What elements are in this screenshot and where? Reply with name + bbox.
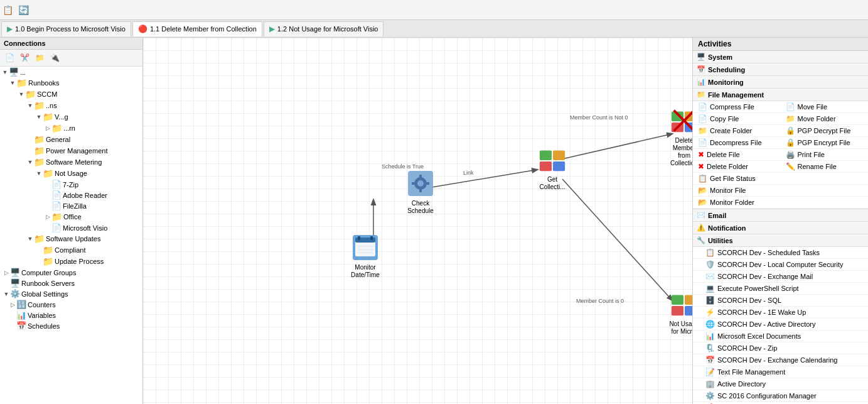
svg-rect-27 — [553, 161, 565, 171]
pgp-decrypt-icon: 🔒 — [786, 126, 795, 135]
activity-pgp-encrypt[interactable]: 🔒 PGP Encrypt File — [781, 137, 869, 149]
get-file-status-icon: 📋 — [698, 174, 707, 183]
new-connection-button[interactable]: 📄 — [3, 51, 16, 65]
tree-item-not-usage[interactable]: ▼ 📁 Not Usage — [0, 168, 142, 179]
tree-item-computer-groups[interactable]: ▷ 🖥️ Computer Groups — [0, 267, 142, 278]
tree-item-sw-updates[interactable]: ▼ 📁 Software Updates — [0, 233, 142, 244]
tab-1[interactable]: 🔴 1.1 Delete Member from Collection — [132, 21, 262, 36]
delete-button[interactable]: ✂️ — [18, 51, 31, 65]
tab-2[interactable]: ▶ 1.2 Not Usage for Microsoft Visio — [264, 21, 384, 36]
tree-item-filezilla[interactable]: 📄 FileZilla — [0, 200, 142, 211]
tree-item-runbook-servers[interactable]: 🖥️ Runbook Servers — [0, 278, 142, 288]
compress-file-icon: 📄 — [698, 102, 707, 111]
tree-item-general[interactable]: 📁 General — [0, 134, 142, 145]
tree-item-ns[interactable]: ▼ 📁 ..ns — [0, 100, 142, 111]
activity-delete-folder[interactable]: ✖ Delete Folder — [693, 161, 781, 173]
svg-rect-28 — [553, 151, 565, 160]
section-utilities[interactable]: 🔧 Utilities — [693, 234, 868, 247]
utilities-icon: 🔧 — [697, 236, 705, 244]
activities-list: 🖥️ System 📅 Scheduling 📊 Monitoring 📁 Fi… — [693, 51, 868, 404]
activity-scorch-zip[interactable]: 🗜️ SCORCH Dev - Zip — [693, 342, 868, 354]
tree-item-power[interactable]: 📁 Power Management — [0, 145, 142, 156]
activity-pgp-decrypt[interactable]: 🔒 PGP Decrypt File — [781, 125, 869, 137]
node-check-schedule[interactable]: CheckSchedule — [405, 168, 436, 215]
activity-get-file-status[interactable]: 📋 Get File Status — [693, 173, 868, 185]
tab-0-label: 1.0 Begin Process to Microsoft Visio — [15, 25, 126, 33]
sc2016-icon: ⚙️ — [705, 391, 715, 400]
tree-item-counters[interactable]: ▷ 🔢 Counters — [0, 299, 142, 310]
scheduling-section-icon: 📅 — [697, 65, 705, 74]
tree-item-sw-metering[interactable]: ▼ 📁 Software Metering — [0, 156, 142, 168]
node-monitor-datetime[interactable]: MonitorDate/Time — [350, 232, 380, 279]
canvas-area[interactable]: Schedule is True Link Member Count is No… — [143, 38, 692, 404]
activity-scorch-local-sec[interactable]: 🛡️ SCORCH Dev - Local Computer Security — [693, 259, 868, 271]
activity-ms-excel[interactable]: 📊 Microsoft Excel Documents — [693, 330, 868, 342]
activity-scorch-1e[interactable]: ⚡ SCORCH Dev - 1E Wake Up — [693, 307, 868, 319]
section-email[interactable]: ✉️ Email — [693, 209, 868, 222]
activity-scorch-exchange[interactable]: ✉️ SCORCH Dev - Exchange Mail — [693, 271, 868, 283]
activity-sc2016[interactable]: ⚙️ SC 2016 Configuration Manager — [693, 390, 868, 402]
node-delete-member[interactable]: DeleteMemberfromCollection — [669, 106, 692, 167]
tree-item-update-process[interactable]: 📁 Update Process — [0, 256, 142, 267]
activity-monitor-folder[interactable]: 📂 Monitor Folder — [693, 197, 868, 209]
tab-0[interactable]: ▶ 1.0 Begin Process to Microsoft Visio — [1, 21, 131, 36]
tree-item-variables[interactable]: 📊 Variables — [0, 310, 142, 320]
tree-item-sccm[interactable]: ▼ 📁 SCCM — [0, 89, 142, 100]
svg-text:Member Count is 0: Member Count is 0 — [576, 298, 624, 304]
file-mgmt-icon: 📁 — [697, 90, 705, 99]
activity-scorch-sql[interactable]: 🗄️ SCORCH Dev - SQL — [693, 295, 868, 307]
activity-scorch-scheduled[interactable]: 📋 SCORCH Dev - Scheduled Tasks — [693, 247, 868, 259]
tree-item-ms-visio[interactable]: 📄 Microsoft Visio — [0, 222, 142, 233]
toolbar-icon-2: 🔄 — [18, 5, 29, 15]
activity-active-directory[interactable]: 🏢 Active Directory — [693, 378, 868, 390]
tree-item-office[interactable]: ▷ 📁 Office — [0, 211, 142, 222]
tree-item-global-settings[interactable]: ▼ ⚙️ Global Settings — [0, 288, 142, 299]
activity-text-file-mgmt[interactable]: 📝 Text File Management — [693, 366, 868, 378]
connect-button[interactable]: 🔌 — [48, 51, 62, 65]
svg-text:Link: Link — [463, 170, 474, 176]
activity-copy-file[interactable]: 📄 Copy File — [693, 113, 781, 125]
section-file-management[interactable]: 📁 File Management — [693, 89, 868, 101]
activity-delete-file[interactable]: ✖ Delete File — [693, 149, 781, 161]
svg-line-1 — [432, 170, 537, 187]
section-system[interactable]: 🖥️ System — [693, 51, 868, 63]
tab-1-label: 1.1 Delete Member from Collection — [150, 25, 257, 33]
tree-item-schedules[interactable]: 📅 Schedules — [0, 320, 142, 331]
section-notification[interactable]: ⚠️ Notification — [693, 222, 868, 234]
activity-rename-file[interactable]: ✏️ Rename File — [781, 161, 869, 173]
activity-decompress-file[interactable]: 📄 Decompress File — [693, 137, 781, 149]
email-icon: ✉️ — [697, 211, 705, 219]
node-not-usage[interactable]: Not Usagefor Micr... — [669, 289, 692, 336]
activity-move-file[interactable]: 📄 Move File — [781, 101, 869, 113]
node-get-collection[interactable]: GetCollecti... — [537, 145, 567, 191]
activity-scorch-calendar[interactable]: 📅 SCORCH Dev - Exchange Calendaring — [693, 354, 868, 366]
activity-move-folder[interactable]: 📁 Move Folder — [781, 113, 869, 125]
tree-item-runbooks[interactable]: ▼ 📁 Runbooks — [0, 77, 142, 89]
scorch-sql-icon: 🗄️ — [705, 296, 715, 305]
copy-file-icon: 📄 — [698, 114, 707, 123]
monitor-folder-icon: 📂 — [698, 198, 707, 207]
folder-button[interactable]: 📁 — [33, 51, 46, 65]
activity-powershell[interactable]: 💻 Execute PowerShell Script — [693, 283, 868, 295]
tab-0-icon: ▶ — [7, 25, 13, 33]
activity-create-folder[interactable]: 📁 Create Folder — [693, 125, 781, 137]
tree-item-root[interactable]: ▼ 🖥️ ... — [0, 67, 142, 77]
svg-rect-22 — [419, 188, 422, 192]
delete-file-icon: ✖ — [698, 150, 704, 159]
tab-1-icon: 🔴 — [138, 25, 147, 33]
main-layout: Connections 📄 ✂️ 📁 🔌 ▼ 🖥️ ... ▼ 📁 Runboo… — [0, 38, 868, 404]
section-monitoring[interactable]: 📊 Monitoring — [693, 76, 868, 89]
tree-item-rn[interactable]: ▷ 📁 ...rn — [0, 123, 142, 134]
activity-print-file[interactable]: 🖨️ Print File — [781, 149, 869, 161]
tree-item-7zip[interactable]: 📄 7-Zip — [0, 179, 142, 190]
activity-monitor-file[interactable]: 📂 Monitor File — [693, 185, 868, 197]
tab-2-label: 1.2 Not Usage for Microsoft Visio — [277, 25, 378, 33]
section-scheduling[interactable]: 📅 Scheduling — [693, 63, 868, 76]
tree-item-compliant[interactable]: 📁 Compliant — [0, 244, 142, 256]
tree-item-vg[interactable]: ▼ 📁 V...g — [0, 111, 142, 123]
activity-compress-file[interactable]: 📄 Compress File — [693, 101, 781, 113]
tree-item-adobe[interactable]: 📄 Adobe Reader — [0, 190, 142, 200]
pgp-encrypt-icon: 🔒 — [786, 138, 795, 147]
activity-scorch-active-dir[interactable]: 🌐 SCORCH Dev - Active Directory — [693, 319, 868, 330]
rename-icon: ✏️ — [786, 162, 795, 171]
